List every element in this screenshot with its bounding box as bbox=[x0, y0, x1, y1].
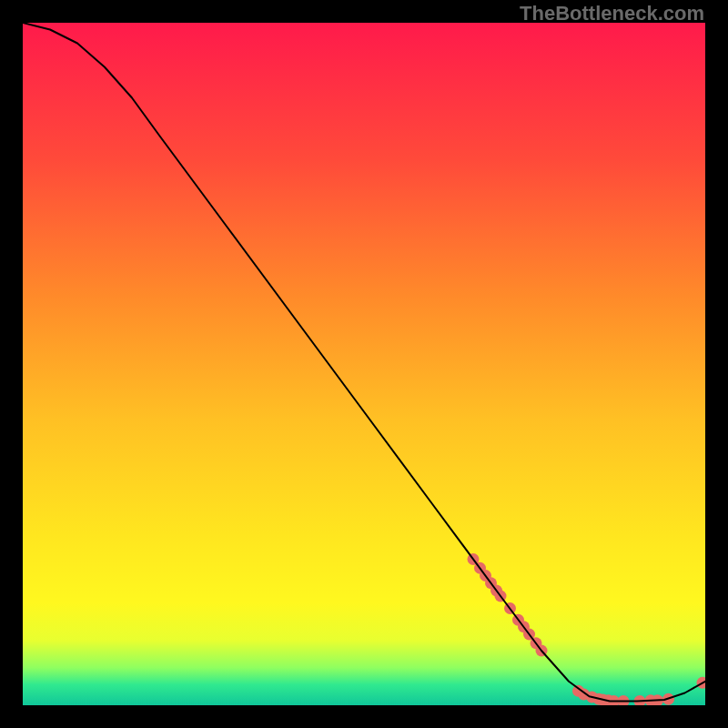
chart-stage: TheBottleneck.com bbox=[0, 0, 728, 728]
chart-background bbox=[23, 23, 705, 705]
bottleneck-chart bbox=[23, 23, 705, 705]
